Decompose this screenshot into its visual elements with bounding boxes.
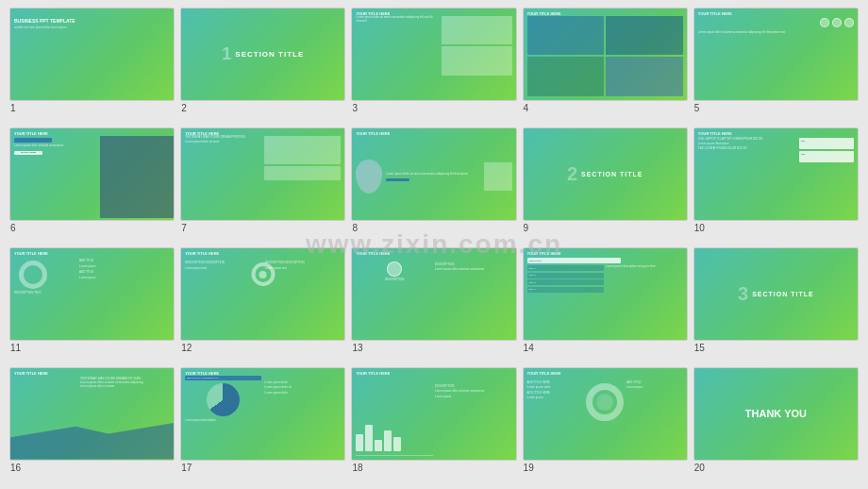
slide-wrapper-14: YOUR TITLE HERE ADD TITLE Item 1 Item 2 … bbox=[523, 247, 688, 362]
slide-wrapper-12: YOUR TITLE HERE DESCRIPTION DESCRIPTION … bbox=[180, 247, 345, 362]
slide8-text: Lorem ipsum dolor sit amet consectetur a… bbox=[386, 173, 479, 177]
slide5-title: YOUR TITLE HERE bbox=[698, 11, 732, 16]
slide2-label: SECTION TITLE bbox=[235, 50, 304, 59]
slide-10[interactable]: YOUR TITLE HERE ONE LAPTOP IS LAPTOP LOR… bbox=[693, 127, 859, 221]
slide2-number: 1 bbox=[222, 44, 231, 64]
slide-wrapper-11: YOUR TITLE HERE DESCRIPTION TEXT ADD TIT… bbox=[9, 247, 175, 362]
slide-7[interactable]: YOUR TITLE HERE YESTERDAY WAS YOURS DREA… bbox=[180, 127, 345, 221]
slide13-title: YOUR TITLE HERE bbox=[356, 251, 390, 256]
slide-wrapper-20: THANK YOU 20 bbox=[693, 367, 859, 481]
slide-num-16: 16 bbox=[9, 463, 21, 473]
slide-num-13: 13 bbox=[351, 343, 362, 353]
slide-wrapper-13: YOUR TITLE HERE DESCRIPTION DESCRIPTION … bbox=[351, 247, 516, 362]
slide-wrapper-9: 2 SECTION TITLE 9 bbox=[523, 127, 688, 242]
slide-num-10: 10 bbox=[693, 223, 705, 233]
slide16-title: YOUR TITLE HERE bbox=[14, 371, 48, 376]
slide3-text: Lorem ipsum dolor sit amet consectetur a… bbox=[356, 16, 434, 24]
slide-num-9: 9 bbox=[523, 223, 529, 233]
slide-12[interactable]: YOUR TITLE HERE DESCRIPTION DESCRIPTION … bbox=[180, 247, 345, 341]
slide-num-15: 15 bbox=[693, 343, 705, 353]
slide15-number: 3 bbox=[738, 283, 748, 305]
slide-num-11: 11 bbox=[9, 343, 21, 353]
slides-grid: BUSINESS PPT TEMPLATE subtitle text here… bbox=[9, 8, 859, 481]
thank-you-text: THANK YOU bbox=[745, 408, 807, 419]
slide6-text: Lorem ipsum dolor sit amet consectetur bbox=[14, 144, 99, 148]
slide9-number: 2 bbox=[567, 163, 577, 185]
slide-wrapper-6: YOUR TITLE HERE Lorem ipsum dolor sit am… bbox=[9, 127, 175, 242]
slide-wrapper-15: 3 SECTION TITLE 15 bbox=[693, 247, 859, 362]
slide-5[interactable]: YOUR TITLE HERE Lorem ipsum dolor sit am… bbox=[693, 8, 859, 101]
slide-num-20: 20 bbox=[693, 463, 705, 473]
slide-num-4: 4 bbox=[523, 103, 529, 113]
slide-num-3: 3 bbox=[351, 103, 358, 113]
slide-wrapper-10: YOUR TITLE HERE ONE LAPTOP IS LAPTOP LOR… bbox=[693, 127, 859, 242]
slide-num-17: 17 bbox=[180, 463, 192, 473]
slide1-sub: subtitle text here placeholder lorem ips… bbox=[14, 25, 170, 29]
slide-17[interactable]: YOUR TITLE HERE BEAUTIFUL ALIGNMENT ALL … bbox=[180, 367, 345, 461]
slide-wrapper-4: YOUR TITLE HERE 4 bbox=[523, 8, 688, 122]
slide15-label: SECTION TITLE bbox=[752, 291, 814, 297]
slide-num-1: 1 bbox=[9, 103, 16, 113]
slide12-title: YOUR TITLE HERE bbox=[185, 251, 219, 256]
slide-wrapper-1: BUSINESS PPT TEMPLATE subtitle text here… bbox=[9, 8, 175, 122]
slide-11[interactable]: YOUR TITLE HERE DESCRIPTION TEXT ADD TIT… bbox=[9, 247, 175, 341]
slide-13[interactable]: YOUR TITLE HERE DESCRIPTION DESCRIPTION … bbox=[351, 247, 516, 341]
slide-18[interactable]: YOUR TITLE HERE DESCRIPTION Lorem ipsum … bbox=[351, 367, 516, 461]
slide-2[interactable]: 1 SECTION TITLE bbox=[180, 8, 345, 101]
slide-num-8: 8 bbox=[351, 223, 358, 233]
slide-num-2: 2 bbox=[180, 103, 187, 113]
slide5-text: Lorem ipsum dolor sit amet consectetur a… bbox=[698, 31, 854, 96]
slide-15[interactable]: 3 SECTION TITLE bbox=[693, 247, 859, 341]
slide-wrapper-8: YOUR TITLE HERE Lorem ipsum dolor sit am… bbox=[351, 127, 516, 242]
slide-4[interactable]: YOUR TITLE HERE bbox=[523, 8, 688, 101]
slide14-title: YOUR TITLE HERE bbox=[527, 251, 561, 256]
slide9-label: SECTION TITLE bbox=[581, 171, 643, 177]
slide-16[interactable]: YOUR TITLE HERE YESTERDAY WAS YOURS DREA… bbox=[9, 367, 175, 461]
slide-1[interactable]: BUSINESS PPT TEMPLATE subtitle text here… bbox=[9, 8, 175, 101]
slide-wrapper-19: YOUR TITLE HERE ADD TITLE HERE Lorem ips… bbox=[523, 367, 688, 481]
slide-20[interactable]: THANK YOU bbox=[693, 367, 859, 461]
slide17-sub: BEAUTIFUL ALIGNMENT ALL bbox=[187, 377, 219, 379]
slide-wrapper-16: YOUR TITLE HERE YESTERDAY WAS YOURS DREA… bbox=[9, 367, 175, 481]
slide1-title: BUSINESS PPT TEMPLATE bbox=[14, 18, 170, 24]
slide-wrapper-3: YOUR TITLE HERE Lorem ipsum dolor sit am… bbox=[351, 8, 516, 122]
slide-6[interactable]: YOUR TITLE HERE Lorem ipsum dolor sit am… bbox=[9, 127, 175, 221]
slide-num-5: 5 bbox=[693, 103, 700, 113]
slide-num-7: 7 bbox=[180, 223, 187, 233]
slide-num-6: 6 bbox=[9, 223, 16, 233]
slide-num-14: 14 bbox=[523, 343, 534, 353]
slide-wrapper-18: YOUR TITLE HERE DESCRIPTION Lorem ipsum … bbox=[351, 367, 516, 481]
slide-num-12: 12 bbox=[180, 343, 192, 353]
slide-9[interactable]: 2 SECTION TITLE bbox=[523, 127, 688, 221]
slide-wrapper-7: YOUR TITLE HERE YESTERDAY WAS YOURS DREA… bbox=[180, 127, 345, 242]
slide10-title: YOUR TITLE HERE bbox=[698, 131, 732, 136]
slide-8[interactable]: YOUR TITLE HERE Lorem ipsum dolor sit am… bbox=[351, 127, 516, 221]
slide-num-18: 18 bbox=[351, 463, 362, 473]
slide-wrapper-2: 1 SECTION TITLE 2 bbox=[180, 8, 345, 122]
slide-19[interactable]: YOUR TITLE HERE ADD TITLE HERE Lorem ips… bbox=[523, 367, 688, 461]
slide-wrapper-17: YOUR TITLE HERE BEAUTIFUL ALIGNMENT ALL … bbox=[180, 367, 345, 481]
slide-num-19: 19 bbox=[523, 463, 534, 473]
slide8-title: YOUR TITLE HERE bbox=[356, 131, 390, 136]
slide6-title: YOUR TITLE HERE bbox=[14, 131, 48, 136]
slide-3[interactable]: YOUR TITLE HERE Lorem ipsum dolor sit am… bbox=[351, 8, 516, 101]
slide-14[interactable]: YOUR TITLE HERE ADD TITLE Item 1 Item 2 … bbox=[523, 247, 688, 341]
slide-wrapper-5: YOUR TITLE HERE Lorem ipsum dolor sit am… bbox=[693, 8, 859, 122]
